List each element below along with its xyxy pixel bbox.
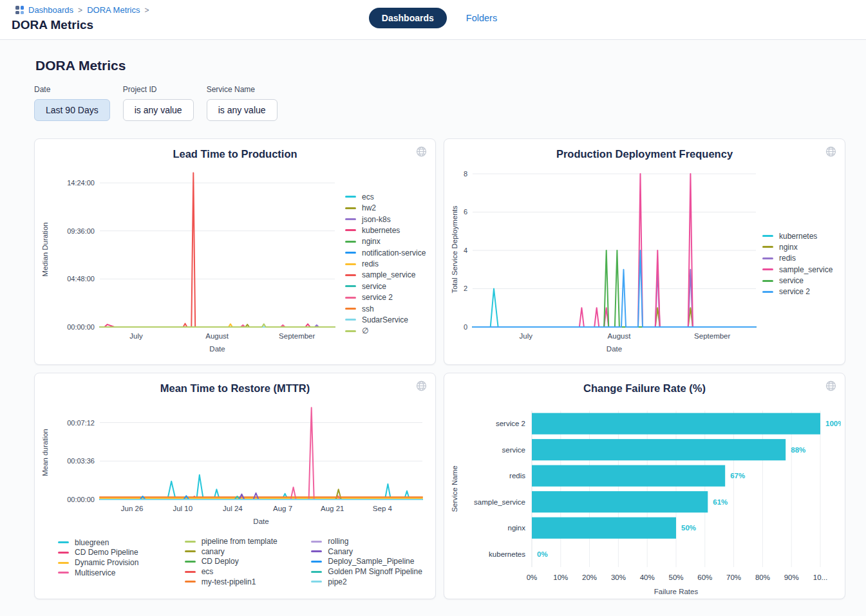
legend-label: nginx (362, 237, 381, 246)
deployment-frequency-legend: kubernetesnginxredissample_serviceservic… (762, 230, 833, 297)
legend-item[interactable]: sample_service (762, 265, 833, 274)
legend-item[interactable]: SudarService (345, 315, 426, 324)
legend-item[interactable]: ecs (345, 192, 426, 201)
legend-item[interactable]: Dynamic Provision (58, 558, 176, 567)
legend-label: Golden PM Signoff Pipeline (328, 567, 422, 576)
legend-item[interactable]: Multiservice (58, 568, 176, 577)
filter-date-label: Date (34, 85, 110, 94)
legend-item[interactable]: service 2 (345, 293, 426, 302)
category-label: redis (509, 472, 525, 480)
bar[interactable] (532, 518, 676, 539)
legend-item[interactable]: rolling (311, 537, 429, 546)
legend-item[interactable]: json-k8s (345, 215, 426, 224)
legend-label: ecs (202, 567, 214, 576)
filter-date-value-button[interactable]: Last 90 Days (34, 99, 110, 121)
legend-item[interactable]: CD Demo Pipeline (58, 548, 176, 557)
legend-item[interactable]: ssh (345, 304, 426, 313)
x-tick-label: 0% (527, 574, 538, 581)
bar[interactable] (532, 491, 708, 512)
legend-item[interactable]: redis (345, 259, 426, 268)
x-tick-label: 90% (784, 574, 799, 581)
y-tick-label: 04:48:00 (67, 275, 95, 283)
top-bar: Dashboards > DORA Metrics > DORA Metrics… (0, 0, 866, 40)
legend-swatch (345, 252, 356, 254)
legend-item[interactable]: Canary (311, 547, 429, 556)
x-axis-title: Failure Rates (654, 588, 699, 595)
legend-item[interactable]: Golden PM Signoff Pipeline (311, 567, 429, 576)
legend-item[interactable]: service 2 (762, 287, 833, 296)
legend-label: CD Demo Pipeline (75, 548, 138, 557)
legend-label: bluegreen (75, 538, 109, 547)
bar-value-label: 50% (681, 524, 696, 532)
legend-item[interactable]: nginx (762, 243, 833, 252)
legend-swatch (345, 297, 356, 299)
bar[interactable] (532, 465, 725, 487)
legend-label: json-k8s (362, 215, 391, 224)
legend-swatch (762, 257, 773, 259)
legend-label: my-test-pipelin1 (202, 577, 256, 586)
legend-swatch (345, 285, 356, 287)
tab-folders[interactable]: Folders (466, 13, 497, 23)
x-tick-label: August (608, 332, 632, 340)
legend-swatch (762, 246, 773, 248)
legend-item[interactable]: hw2 (345, 203, 426, 212)
legend-item[interactable]: nginx (345, 237, 426, 246)
globe-icon[interactable] (416, 380, 427, 394)
series-line (473, 308, 756, 327)
legend-label: sample_service (362, 270, 415, 279)
legend-swatch (58, 572, 69, 574)
x-tick-label: Aug 7 (273, 505, 292, 512)
legend-swatch (345, 229, 356, 231)
legend-item[interactable]: ecs (185, 567, 303, 576)
deployment-frequency-chart: 02468JulyAugustSeptemberDateTotal Servic… (448, 166, 758, 362)
legend-item[interactable]: redis (762, 254, 833, 263)
legend-swatch (185, 561, 196, 563)
y-axis-title: Mean duration (41, 429, 49, 476)
y-tick-label: 14:24:00 (67, 179, 95, 187)
filter-service-name-label: Service Name (207, 85, 278, 94)
legend-item[interactable]: notification-service (345, 248, 426, 257)
legend-label: ssh (362, 304, 374, 313)
globe-icon[interactable] (825, 146, 836, 160)
legend-item[interactable]: Deploy_Sample_Pipeline (311, 557, 429, 566)
legend-item[interactable]: ∅ (345, 326, 426, 335)
legend-label: service 2 (779, 287, 810, 296)
card-change-failure-rate: Change Failure Rate (%) 0%10%20%30%40%50… (444, 373, 845, 599)
lead-time-chart: 00:00:0004:48:0009:36:0014:24:00JulyAugu… (39, 166, 341, 362)
legend-item[interactable]: pipe2 (311, 577, 429, 586)
legend-item[interactable]: sample_service (345, 270, 426, 279)
legend-swatch (58, 562, 69, 564)
legend-item[interactable]: canary (185, 547, 303, 556)
legend-item[interactable]: service (345, 282, 426, 291)
dashboard-title: DORA Metrics (35, 58, 845, 73)
legend-label: sample_service (779, 265, 833, 274)
tab-dashboards[interactable]: Dashboards (369, 8, 447, 28)
category-label: service 2 (496, 420, 525, 427)
globe-icon[interactable] (825, 380, 836, 394)
legend-swatch (311, 550, 322, 552)
legend-label: hw2 (362, 203, 376, 212)
legend-item[interactable]: kubernetes (345, 226, 426, 235)
bar[interactable] (532, 413, 820, 434)
filter-project-id-value-button[interactable]: is any value (123, 99, 194, 121)
legend-item[interactable]: pipeline from template (185, 537, 303, 546)
top-tabs: Dashboards Folders (0, 8, 866, 28)
bar[interactable] (532, 439, 786, 460)
legend-item[interactable]: bluegreen (58, 538, 176, 547)
x-tick-label: 50% (668, 574, 683, 581)
legend-label: notification-service (362, 248, 426, 257)
x-tick-label: July (129, 332, 143, 340)
x-axis-title: Date (253, 518, 268, 525)
legend-label: pipe2 (328, 577, 346, 586)
legend-item[interactable]: my-test-pipelin1 (185, 577, 303, 586)
legend-item[interactable]: kubernetes (762, 232, 833, 241)
category-label: kubernetes (489, 550, 525, 558)
legend-item[interactable]: CD Deploy (185, 557, 303, 566)
legend-item[interactable]: service (762, 276, 833, 285)
line-chart-svg: 00:00:0004:48:0009:36:0014:24:00JulyAugu… (39, 166, 341, 359)
x-tick-label: September (279, 332, 315, 340)
legend-swatch (311, 561, 322, 563)
filter-service-name-value-button[interactable]: is any value (207, 99, 278, 121)
y-axis-title: Total Service Deployments (451, 205, 458, 293)
globe-icon[interactable] (416, 146, 427, 160)
